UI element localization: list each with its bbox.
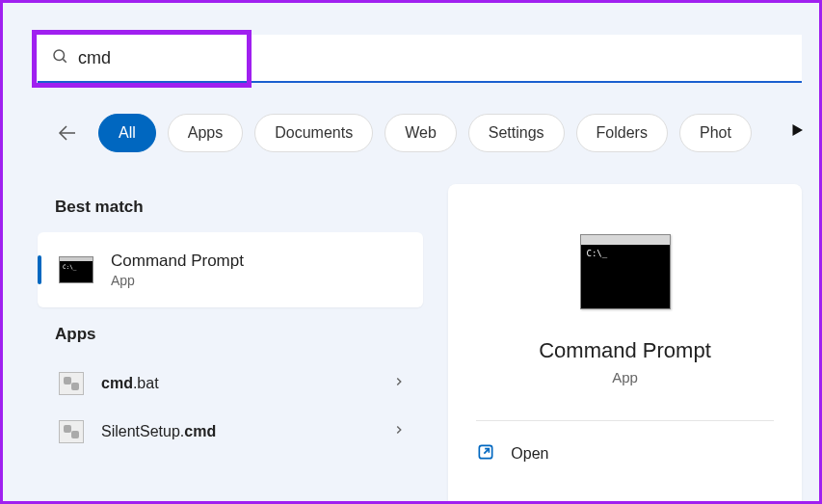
app-item-label: SilentSetup.cmd xyxy=(101,423,216,440)
search-bar[interactable] xyxy=(38,35,802,83)
app-item-silentsetup-cmd[interactable]: SilentSetup.cmd xyxy=(38,408,423,456)
command-prompt-icon xyxy=(59,256,93,283)
preview-subtitle: App xyxy=(612,369,638,385)
svg-point-0 xyxy=(54,50,65,61)
filter-settings[interactable]: Settings xyxy=(468,114,565,152)
best-match-subtitle: App xyxy=(111,273,244,288)
chevron-right-icon xyxy=(392,375,406,392)
divider xyxy=(476,420,773,421)
filter-web[interactable]: Web xyxy=(384,114,457,152)
filter-documents[interactable]: Documents xyxy=(254,114,373,152)
best-match-title: Command Prompt xyxy=(111,252,244,271)
filter-tabs: All Apps Documents Web Settings Folders … xyxy=(56,114,819,152)
app-item-label: cmd.bat xyxy=(101,375,159,392)
app-item-cmd-bat[interactable]: cmd.bat xyxy=(38,359,423,408)
open-label: Open xyxy=(511,445,548,463)
filter-all[interactable]: All xyxy=(98,114,156,152)
best-match-text: Command Prompt App xyxy=(111,252,244,288)
best-match-header: Best match xyxy=(55,198,423,217)
filter-apps[interactable]: Apps xyxy=(168,114,243,152)
apps-header: Apps xyxy=(55,325,423,344)
results-list: Best match Command Prompt App Apps cmd.b… xyxy=(38,184,423,456)
preview-title: Command Prompt xyxy=(539,338,711,363)
svg-marker-3 xyxy=(793,124,804,136)
open-external-icon xyxy=(476,442,495,465)
batch-file-icon xyxy=(59,372,84,395)
open-action[interactable]: Open xyxy=(476,442,773,465)
svg-line-1 xyxy=(63,59,66,62)
filter-folders[interactable]: Folders xyxy=(576,114,668,152)
search-icon xyxy=(51,47,68,68)
scroll-right-icon[interactable] xyxy=(788,121,806,143)
best-match-command-prompt[interactable]: Command Prompt App xyxy=(38,232,423,307)
search-input[interactable] xyxy=(78,48,802,68)
preview-pane: Command Prompt App Open xyxy=(448,184,802,501)
filter-photos-truncated[interactable]: Phot xyxy=(679,114,752,152)
command-prompt-icon-large xyxy=(580,234,671,309)
back-arrow-icon[interactable] xyxy=(56,121,79,145)
batch-file-icon xyxy=(59,420,84,443)
chevron-right-icon xyxy=(392,423,406,440)
